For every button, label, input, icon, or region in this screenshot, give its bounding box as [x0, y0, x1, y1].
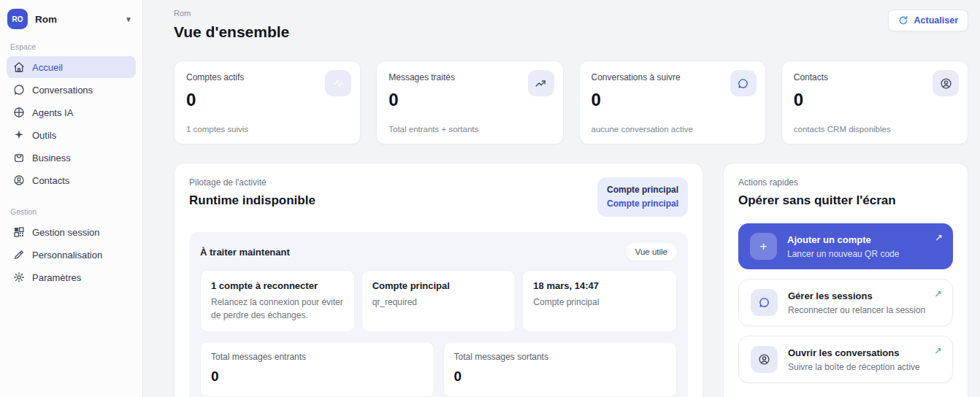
todo-card-account-status: Compte principal qr_required [361, 270, 516, 332]
quick-actions-title: Opérer sans quitter l'écran [738, 193, 953, 208]
qr-code-icon [13, 226, 25, 238]
stat-card-messages-traites: Messages traités 0 Total entrants + sort… [376, 61, 563, 144]
pencil-icon [13, 249, 25, 261]
stats-row: Comptes actifs 0 1 comptes suivis Messag… [174, 61, 968, 144]
total-label: Total messages sortants [454, 352, 667, 362]
refresh-icon [898, 15, 908, 26]
stat-caption: contacts CRM disponibles [794, 125, 891, 134]
todo-card-title: 1 compte à reconnecter [211, 280, 344, 291]
sidebar-item-label: Accueil [32, 62, 63, 73]
workspace-switcher[interactable]: RO Rom ▼ [0, 6, 142, 36]
arrow-up-right-icon: ↗ [935, 232, 943, 243]
trending-up-icon [528, 70, 554, 96]
stat-label: Contacts [794, 72, 956, 82]
quick-actions-eyebrow: Actions rapides [738, 177, 953, 188]
sidebar-item-label: Outils [32, 130, 56, 141]
total-value: 0 [454, 369, 667, 385]
page-title: Vue d'ensemble [174, 23, 968, 41]
sidebar-item-label: Personnalisation [32, 250, 102, 261]
todo-card-description: Compte principal [533, 296, 666, 309]
quick-actions-panel: Actions rapides Opérer sans quitter l'éc… [723, 163, 968, 397]
chevron-down-icon: ▼ [125, 15, 132, 23]
sidebar-item-label: Business [32, 153, 71, 163]
sidebar-section-gestion: Gestion [0, 201, 142, 220]
stat-caption: aucune conversation active [592, 125, 693, 134]
arrow-up-right-icon: ↗ [934, 288, 942, 299]
activity-icon [325, 70, 351, 96]
action-subtitle: Suivre la boîte de réception active [788, 362, 920, 372]
stat-caption: 1 comptes suivis [186, 125, 248, 134]
stat-caption: Total entrants + sortants [388, 125, 478, 134]
stat-card-contacts: Contacts 0 contacts CRM disponibles [781, 61, 968, 144]
view-toggle-pill[interactable]: Vue utile [626, 243, 677, 261]
workspace-avatar: RO [7, 9, 28, 29]
sidebar-section-espace: Espace [0, 36, 142, 55]
sidebar-item-gestion-session[interactable]: Gestion session [7, 221, 136, 243]
sidebar-item-label: Paramètres [32, 272, 81, 283]
todo-card-reconnect: 1 compte à reconnecter Relancez la conne… [200, 270, 355, 332]
sidebar: RO Rom ▼ Espace Accueil Conversations Ag… [0, 0, 143, 397]
sparkle-icon [13, 129, 25, 141]
action-title: Ajouter un compte [787, 234, 899, 245]
stat-value: 0 [794, 90, 956, 110]
chat-bubble-icon [730, 70, 757, 96]
stat-card-comptes-actifs: Comptes actifs 0 1 comptes suivis [174, 61, 361, 144]
stat-label: Comptes actifs [186, 72, 348, 82]
home-icon [13, 61, 25, 73]
todo-title: À traiter maintenant [200, 247, 290, 258]
sidebar-item-contacts[interactable]: Contacts [7, 169, 136, 191]
activity-eyebrow: Pilotage de l'activité [189, 177, 315, 188]
add-account-button[interactable]: + Ajouter un compte Lancer un nouveau QR… [738, 223, 953, 269]
user-circle-icon [933, 70, 959, 96]
todo-card-last-event: 18 mars, 14:47 Compte principal [522, 270, 677, 332]
total-messages-entrants-card: Total messages entrants 0 [200, 342, 435, 397]
total-value: 0 [211, 369, 424, 385]
briefcase-icon [13, 152, 25, 163]
plus-icon: + [750, 233, 777, 260]
stat-value: 0 [388, 90, 551, 110]
sidebar-item-business[interactable]: Business [7, 147, 136, 169]
breadcrumb: Rom [174, 7, 968, 18]
refresh-button[interactable]: Actualiser [888, 9, 968, 31]
sidebar-item-conversations[interactable]: Conversations [7, 79, 136, 101]
refresh-label: Actualiser [914, 15, 958, 26]
action-title: Gérer les sessions [788, 290, 925, 301]
todo-card-description: qr_required [372, 296, 505, 309]
sidebar-item-label: Contacts [32, 175, 69, 186]
user-circle-icon [13, 174, 25, 186]
total-messages-sortants-card: Total messages sortants 0 [443, 342, 678, 397]
user-circle-icon [751, 346, 778, 373]
account-badge-line-2[interactable]: Compte principal [607, 197, 678, 211]
stat-value: 0 [186, 90, 348, 110]
manage-sessions-button[interactable]: Gérer les sessions Reconnecter ou relanc… [738, 279, 953, 326]
arrow-up-right-icon: ↗ [934, 345, 942, 356]
action-title: Ouvrir les conversations [788, 347, 920, 358]
todo-card-description: Relancez la connexion pour éviter de per… [211, 296, 344, 322]
chat-icon [13, 84, 25, 96]
account-badge-line-1[interactable]: Compte principal [607, 183, 678, 197]
todo-card-title: 18 mars, 14:47 [533, 280, 666, 291]
sidebar-item-label: Conversations [32, 85, 93, 96]
globe-icon [13, 107, 25, 118]
sidebar-item-label: Gestion session [32, 227, 100, 238]
sidebar-item-label: Agents IA [32, 107, 73, 118]
open-conversations-button[interactable]: Ouvrir les conversations Suivre la boîte… [738, 336, 953, 383]
sidebar-item-agents-ia[interactable]: Agents IA [7, 101, 136, 123]
sidebar-item-personnalisation[interactable]: Personnalisation [7, 244, 136, 266]
activity-panel: Pilotage de l'activité Runtime indisponi… [174, 163, 703, 397]
todo-card-title: Compte principal [372, 280, 505, 291]
sidebar-item-parametres[interactable]: Paramètres [7, 266, 136, 288]
gear-icon [13, 271, 25, 283]
main-content: Rom Vue d'ensemble Actualiser Comptes ac… [143, 0, 980, 397]
action-subtitle: Reconnecter ou relancer la session [788, 305, 925, 315]
activity-title: Runtime indisponible [189, 193, 315, 208]
sidebar-item-outils[interactable]: Outils [7, 124, 136, 146]
stat-value: 0 [592, 90, 754, 110]
total-label: Total messages entrants [211, 352, 424, 362]
workspace-name: Rom [35, 14, 118, 25]
stat-label: Conversations à suivre [592, 72, 754, 82]
stat-card-conversations: Conversations à suivre 0 aucune conversa… [579, 61, 766, 144]
stat-label: Messages traités [388, 72, 551, 82]
account-badge: Compte principal Compte principal [597, 177, 688, 217]
sidebar-item-accueil[interactable]: Accueil [7, 56, 136, 78]
